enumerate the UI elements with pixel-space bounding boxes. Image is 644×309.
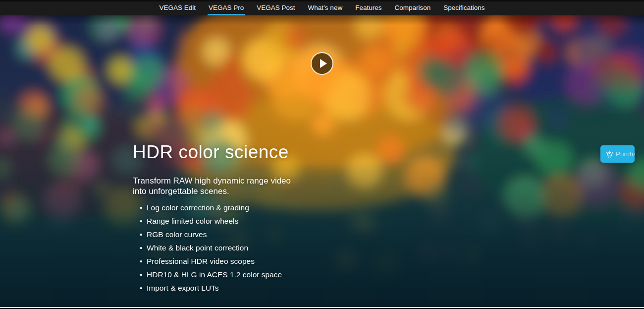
feature-item: White & black point correction (133, 241, 301, 254)
nav-item-features[interactable]: Features (354, 0, 382, 15)
feature-list: Log color correction & gradingRange limi… (133, 201, 301, 295)
feature-item: HDR10 & HLG in ACES 1.2 color space (133, 268, 301, 281)
hero-description: Transform RAW high dynamic range video i… (133, 176, 301, 196)
feature-item: Log color correction & grading (133, 201, 301, 214)
next-section-edge (0, 307, 644, 308)
purchase-label: Purchase (616, 150, 635, 158)
nav-item-vegas-pro[interactable]: VEGAS Pro (208, 0, 245, 15)
feature-item: Range limited color wheels (133, 214, 301, 228)
nav-item-vegas-post[interactable]: VEGAS Post (256, 0, 296, 15)
nav-item-vegas-edit[interactable]: VEGAS Edit (158, 0, 197, 15)
top-nav: VEGAS EditVEGAS ProVEGAS PostWhat’s newF… (0, 0, 644, 15)
hero-content: HDR color science Transform RAW high dyn… (133, 142, 301, 295)
feature-item: Import & export LUTs (133, 281, 301, 295)
play-button[interactable] (311, 52, 333, 75)
play-icon (320, 59, 327, 68)
hero-section: HDR color science Transform RAW high dyn… (0, 15, 644, 308)
purchase-button[interactable]: Purchase (600, 145, 635, 163)
nav-item-comparison[interactable]: Comparison (393, 0, 431, 15)
nav-item-specifications[interactable]: Specifications (442, 0, 485, 15)
cart-icon (605, 150, 613, 158)
nav-item-what-s-new[interactable]: What’s new (307, 0, 344, 15)
feature-item: Professional HDR video scopes (133, 254, 301, 268)
hero-title: HDR color science (133, 142, 301, 163)
feature-item: RGB color curves (133, 228, 301, 241)
